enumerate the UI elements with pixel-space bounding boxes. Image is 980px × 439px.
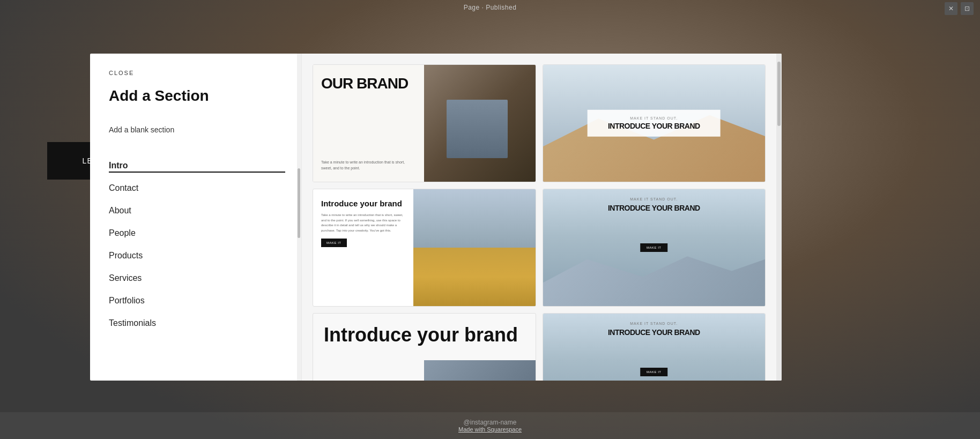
footer: @instagram-name Made with Squarespace xyxy=(0,412,980,439)
card-5-bg-image xyxy=(424,360,535,381)
card-1-left: OUR BRAND Take a minute to write an intr… xyxy=(313,65,424,182)
card-2-make-it: Make it stand out. xyxy=(593,116,714,120)
modal-title: Add a Section xyxy=(109,87,285,105)
card-4-btn[interactable]: Make it xyxy=(640,243,668,252)
card-1-landscape-image xyxy=(424,65,535,182)
page-status: Page · Published xyxy=(464,4,517,11)
close-icon: ✕ xyxy=(948,5,954,12)
template-card-1[interactable]: OUR BRAND Take a minute to write an intr… xyxy=(313,64,536,182)
card-3-btn[interactable]: Make it xyxy=(321,239,347,247)
card-1-brand-title: OUR BRAND xyxy=(321,76,416,92)
nav-item-portfolios[interactable]: Portfolios xyxy=(109,289,285,312)
template-card-4[interactable]: Make it stand out. INTRODUCE YOUR BRAND … xyxy=(543,189,766,307)
instagram-label: @instagram-name xyxy=(464,419,517,426)
nav-item-people[interactable]: People xyxy=(109,222,285,244)
template-grid[interactable]: OUR BRAND Take a minute to write an intr… xyxy=(302,54,776,381)
card-3-right-image xyxy=(413,189,536,306)
template-card-6[interactable]: Make it stand out. INTRODUCE YOUR BRAND … xyxy=(543,313,766,381)
card-6-text-overlay: Make it stand out. INTRODUCE YOUR BRAND xyxy=(543,322,766,337)
card-1-right-image xyxy=(424,65,535,182)
content-scrollbar[interactable] xyxy=(776,54,782,381)
card-2-inner-box: Make it stand out. INTRODUCE YOUR BRAND xyxy=(587,110,721,137)
card-3-body: Take a minute to write an introduction t… xyxy=(321,213,405,233)
card-4-text-overlay: Make it stand out. INTRODUCE YOUR BRAND xyxy=(543,197,766,212)
card-4-title: INTRODUCE YOUR BRAND xyxy=(551,204,758,212)
card-1-body-text: Take a minute to write an introduction t… xyxy=(321,160,416,171)
top-bar: Page · Published xyxy=(0,0,980,15)
nav-item-testimonials[interactable]: Testimonials xyxy=(109,312,285,334)
close-button[interactable]: CLOSE xyxy=(109,70,285,76)
template-card-5[interactable]: Introduce your brand xyxy=(313,313,536,381)
nav-item-products[interactable]: Products xyxy=(109,244,285,267)
nav-item-contact[interactable]: Contact xyxy=(109,177,285,199)
sidebar-scrollbar[interactable] xyxy=(297,54,301,381)
nav-item-services[interactable]: Services xyxy=(109,267,285,289)
squarespace-link[interactable]: Squarespace xyxy=(487,426,522,433)
card-6-btn[interactable]: Make it xyxy=(640,368,668,376)
card-3-title: Introduce your brand xyxy=(321,199,405,209)
card-4-make-it: Make it stand out. xyxy=(551,197,758,201)
expand-icon: ⊡ xyxy=(964,5,970,12)
card-3-left: Introduce your brand Take a minute to wr… xyxy=(313,189,413,306)
nav-item-about[interactable]: About xyxy=(109,199,285,222)
add-section-modal: CLOSE Add a Section Add a blank section … xyxy=(90,54,782,381)
card-2-title: INTRODUCE YOUR BRAND xyxy=(593,122,714,130)
made-with-label: Made with Squarespace xyxy=(458,426,522,433)
sidebar: CLOSE Add a Section Add a blank section … xyxy=(90,54,302,381)
icon-btn-2[interactable]: ⊡ xyxy=(961,2,974,15)
card-6-make-it: Make it stand out. xyxy=(551,322,758,325)
card-3-scene xyxy=(413,189,536,306)
content-scrollbar-thumb xyxy=(777,62,781,126)
top-right-icons: ✕ ⊡ xyxy=(945,2,974,15)
icon-btn-1[interactable]: ✕ xyxy=(945,2,957,15)
template-card-3[interactable]: Introduce your brand Take a minute to wr… xyxy=(313,189,536,307)
card-5-title: Introduce your brand xyxy=(324,324,518,346)
add-blank-section-button[interactable]: Add a blank section xyxy=(109,121,285,138)
section-nav: Intro Contact About People Products Serv… xyxy=(109,154,285,364)
card-6-title: INTRODUCE YOUR BRAND xyxy=(551,329,758,337)
template-card-2[interactable]: Make it stand out. INTRODUCE YOUR BRAND xyxy=(543,64,766,182)
nav-item-intro[interactable]: Intro xyxy=(109,154,285,177)
sidebar-scrollbar-thumb xyxy=(298,168,300,238)
